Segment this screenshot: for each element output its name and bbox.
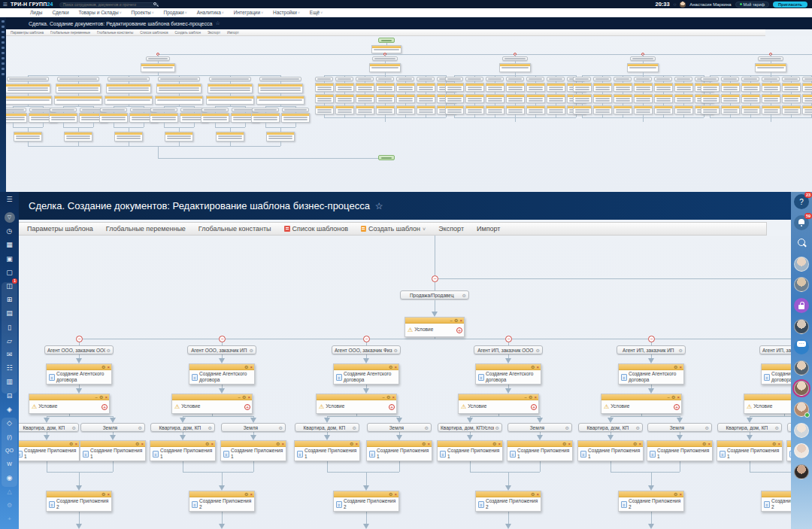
gear-icon[interactable]: ⚙: [462, 293, 466, 298]
mini-action-block[interactable]: [701, 105, 720, 114]
gear-icon[interactable]: ⚙: [276, 442, 280, 446]
nav-item-Аналитика[interactable]: Аналитика˅: [197, 10, 224, 15]
mini-action-block[interactable]: [486, 105, 504, 114]
overview-toolbar-item[interactable]: Глобальные константы: [97, 31, 133, 35]
gear-icon[interactable]: ⚙: [671, 395, 675, 400]
search-input[interactable]: [59, 2, 159, 8]
close-icon[interactable]: ×: [211, 442, 214, 446]
nav-item-Товары и Склады[interactable]: Товары и Склады˅: [79, 10, 122, 15]
gear-icon[interactable]: ⚙: [529, 395, 532, 400]
close-icon[interactable]: ×: [355, 442, 358, 446]
action-block-app2[interactable]: ⚙×≡Создание Приложения 2: [475, 491, 541, 512]
mini-action-block[interactable]: [335, 94, 354, 103]
gear-icon[interactable]: ⚙: [389, 365, 392, 369]
box-icon[interactable]: ◇: [0, 417, 19, 429]
gear-icon[interactable]: ⚙: [99, 395, 103, 400]
mini-action-block[interactable]: [56, 84, 101, 93]
people-icon[interactable]: ☷: [0, 362, 19, 374]
toolbar-item[interactable]: Список шаблонов: [284, 225, 349, 233]
action-block-agency[interactable]: ⚙×≡Создание Агентского договора: [475, 363, 541, 385]
sub-branch-pill[interactable]: Квартира, дом, КП⚙: [150, 423, 215, 432]
mini-action-block[interactable]: [335, 83, 354, 92]
action-block-agency[interactable]: ⚙×≡Создание Агентского договора: [618, 363, 684, 385]
nav-item-Ещё[interactable]: Ещё˅: [310, 10, 323, 15]
mini-action-block[interactable]: [49, 113, 77, 123]
action-block-app1[interactable]: ⚙×≡Создание Приложения 1: [220, 440, 286, 461]
mini-action-block[interactable]: [526, 83, 545, 92]
gear-icon[interactable]: ⚙: [536, 348, 540, 353]
mini-action-block[interactable]: [165, 132, 193, 141]
close-icon[interactable]: ×: [707, 442, 710, 446]
close-icon[interactable]: ×: [394, 365, 397, 369]
overview-toolbar-item[interactable]: Импорт: [227, 31, 239, 35]
mini-action-block[interactable]: [114, 132, 143, 141]
mini-action-block[interactable]: [506, 83, 525, 92]
branch-pill[interactable]: Агент ООО, заказчик ООО⚙: [44, 345, 114, 354]
nav-item-Интеграции[interactable]: Интеграции˅: [234, 10, 263, 15]
mini-action-block[interactable]: [356, 105, 374, 114]
action-block-agency[interactable]: ⚙×≡Создание Агентского договора: [189, 363, 255, 385]
gear-icon[interactable]: ⚙: [674, 492, 677, 497]
mail-icon[interactable]: ✉: [0, 348, 19, 360]
close-icon[interactable]: ×: [677, 395, 680, 400]
add-condition-button[interactable]: +: [102, 404, 108, 410]
close-icon[interactable]: ×: [281, 442, 284, 446]
search-icon[interactable]: [153, 2, 156, 5]
close-icon[interactable]: ×: [536, 365, 539, 369]
gear-icon[interactable]: ⚙: [244, 365, 248, 369]
toolbar-item[interactable]: Импорт: [477, 225, 500, 233]
mini-action-block[interactable]: [526, 94, 545, 103]
mini-action-block[interactable]: [506, 94, 525, 103]
gear-icon[interactable]: ⚙: [102, 492, 105, 497]
check-icon[interactable]: ◉: [0, 472, 19, 484]
collapse-branch-button[interactable]: −: [432, 275, 438, 282]
minimize-icon[interactable]: −: [525, 395, 528, 400]
mini-action-block[interactable]: [614, 105, 632, 114]
mini-action-block[interactable]: [266, 132, 295, 141]
mini-action-block[interactable]: [417, 94, 435, 103]
gear-icon[interactable]: ⚙: [531, 492, 535, 497]
help-button[interactable]: ?23: [794, 194, 809, 209]
clock-icon[interactable]: ◷: [0, 225, 19, 237]
mini-action-block[interactable]: [614, 83, 632, 92]
minimize-icon[interactable]: −: [383, 395, 386, 400]
toolbar-item[interactable]: Глобальные переменные: [106, 225, 186, 233]
mini-action-block[interactable]: [701, 94, 720, 103]
collapse-branch-button[interactable]: −: [76, 336, 83, 342]
mini-action-block[interactable]: [506, 105, 525, 114]
gear-icon[interactable]: ⚙: [679, 348, 683, 353]
market-icon[interactable]: ◈: [0, 403, 19, 415]
mini-terminal-node[interactable]: [378, 155, 395, 160]
mini-action-block[interactable]: [396, 105, 415, 114]
gear-icon[interactable]: ⚙: [422, 442, 426, 446]
collapse-branch-button[interactable]: −: [505, 336, 512, 342]
action-block-app1[interactable]: ⚙×≡Создание Приложения 1: [717, 440, 783, 461]
sub-branch-pill[interactable]: Земля⚙: [647, 423, 712, 432]
mini-action-block[interactable]: [802, 105, 812, 114]
gear-icon[interactable]: ⚙: [0, 499, 19, 511]
mini-action-block[interactable]: [54, 96, 102, 105]
close-icon[interactable]: ×: [498, 442, 501, 446]
gear-icon[interactable]: ⚙: [107, 348, 111, 353]
action-block-app2[interactable]: ⚙×≡Создание Приложения 2: [333, 491, 399, 512]
close-icon[interactable]: ×: [394, 492, 397, 497]
mini-action-block[interactable]: [721, 94, 740, 103]
minimize-icon[interactable]: −: [668, 395, 671, 400]
sub-branch-pill[interactable]: Квартира, дом, КП⚙: [717, 423, 782, 432]
avatar[interactable]: [794, 423, 809, 438]
condition-block[interactable]: −⚙×⚠Условие+: [458, 394, 539, 414]
branch-pill[interactable]: Агент ИП, заказчик ООО⚙: [474, 345, 543, 354]
mini-action-block[interactable]: [465, 94, 484, 103]
mini-action-block[interactable]: [741, 94, 760, 103]
mini-action-block[interactable]: [741, 105, 760, 114]
mini-action-block[interactable]: [155, 96, 203, 105]
close-icon[interactable]: ×: [107, 492, 110, 497]
mini-action-block[interactable]: [465, 105, 484, 114]
add-condition-button[interactable]: +: [456, 327, 462, 333]
gear-icon[interactable]: ⚙: [350, 442, 353, 446]
condition-block[interactable]: −⚙×⚠Условие+: [316, 394, 397, 414]
collapse-branch-button[interactable]: −: [648, 336, 655, 342]
mini-action-block[interactable]: [634, 105, 653, 114]
gear-icon[interactable]: ⚙: [492, 442, 496, 446]
condition-block[interactable]: −⚙×⚠Условие+: [171, 394, 253, 414]
